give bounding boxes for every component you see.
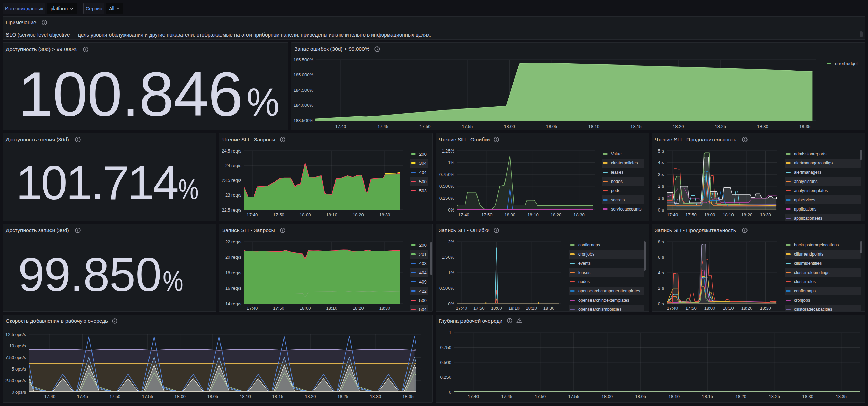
svg-text:18:10: 18:10 (508, 306, 520, 311)
svg-text:8 s: 8 s (658, 239, 664, 244)
svg-text:18:05: 18:05 (635, 394, 646, 399)
svg-text:17:50: 17:50 (685, 212, 697, 217)
svg-text:0.750: 0.750 (440, 345, 451, 350)
svg-text:18:00: 18:00 (602, 394, 613, 399)
svg-text:18:30: 18:30 (543, 306, 555, 311)
svg-text:17:40: 17:40 (468, 394, 479, 399)
svg-text:17:40: 17:40 (667, 212, 678, 217)
svg-text:17:45: 17:45 (501, 394, 513, 399)
svg-text:0.500%: 0.500% (439, 286, 455, 291)
svg-text:18:00: 18:00 (300, 212, 311, 217)
svg-text:16 req/s: 16 req/s (225, 286, 241, 291)
svg-text:18:10: 18:10 (240, 394, 251, 399)
svg-text:18:20: 18:20 (526, 306, 537, 311)
svg-text:18:10: 18:10 (527, 212, 539, 217)
svg-text:18:10: 18:10 (326, 306, 338, 311)
svg-text:184.500%: 184.500% (293, 88, 313, 93)
svg-text:18:35: 18:35 (402, 394, 414, 399)
svg-text:7.50 ops/s: 7.50 ops/s (5, 355, 26, 360)
svg-text:18:00: 18:00 (491, 306, 502, 311)
svg-text:17:40: 17:40 (335, 124, 346, 129)
svg-text:18:10: 18:10 (669, 394, 680, 399)
svg-text:18:00: 18:00 (504, 212, 516, 217)
svg-text:18:20: 18:20 (305, 394, 316, 399)
svg-text:18:15: 18:15 (702, 394, 713, 399)
svg-text:17:50: 17:50 (110, 394, 121, 399)
svg-text:0 ops/s: 0 ops/s (12, 390, 26, 395)
svg-text:18:10: 18:10 (588, 124, 600, 129)
svg-text:23 req/s: 23 req/s (225, 192, 241, 198)
svg-text:0.500%: 0.500% (439, 184, 455, 189)
svg-text:18:00: 18:00 (504, 124, 515, 129)
svg-text:185.000%: 185.000% (293, 72, 313, 77)
svg-text:17:50: 17:50 (535, 394, 546, 399)
svg-text:18:20: 18:20 (741, 306, 753, 311)
svg-text:0.250: 0.250 (440, 375, 451, 380)
svg-text:18:30: 18:30 (370, 394, 381, 399)
svg-text:17:40: 17:40 (456, 306, 467, 311)
svg-text:10 ops/s: 10 ops/s (9, 343, 26, 348)
svg-text:0%: 0% (448, 301, 454, 306)
svg-text:18:00: 18:00 (300, 306, 311, 311)
svg-text:18:20: 18:20 (353, 306, 364, 311)
svg-text:1%: 1% (448, 160, 454, 165)
svg-text:17:45: 17:45 (77, 394, 88, 399)
svg-text:22 req/s: 22 req/s (225, 239, 241, 244)
svg-text:18:20: 18:20 (353, 212, 364, 217)
svg-text:1.25%: 1.25% (442, 148, 454, 154)
svg-text:18:30: 18:30 (760, 306, 771, 311)
svg-text:0%: 0% (448, 207, 454, 213)
svg-text:2%: 2% (448, 239, 454, 244)
svg-text:0.500: 0.500 (440, 360, 451, 365)
svg-text:0 s: 0 s (658, 301, 664, 306)
svg-text:22.5 req/s: 22.5 req/s (222, 207, 241, 213)
svg-text:2 s: 2 s (658, 184, 664, 189)
svg-text:0.250%: 0.250% (439, 195, 455, 201)
svg-text:17:45: 17:45 (377, 124, 388, 129)
svg-text:1%: 1% (448, 270, 454, 275)
svg-text:17:40: 17:40 (247, 306, 258, 311)
svg-text:18:25: 18:25 (337, 394, 348, 399)
svg-text:17:40: 17:40 (247, 212, 258, 217)
svg-text:5 s: 5 s (658, 148, 664, 154)
svg-text:0 s: 0 s (658, 207, 664, 213)
svg-text:18:10: 18:10 (326, 212, 338, 217)
svg-text:23.5 req/s: 23.5 req/s (222, 178, 241, 183)
svg-text:12.5 ops/s: 12.5 ops/s (5, 332, 26, 337)
svg-text:183.500%: 183.500% (293, 118, 313, 123)
svg-text:18:05: 18:05 (546, 124, 557, 129)
svg-text:20 req/s: 20 req/s (225, 255, 241, 260)
svg-text:17:50: 17:50 (473, 306, 485, 311)
svg-text:18:30: 18:30 (802, 394, 814, 399)
svg-text:0.750%: 0.750% (439, 172, 455, 177)
svg-text:1 s: 1 s (658, 195, 664, 201)
svg-text:18:25: 18:25 (715, 124, 726, 129)
svg-text:184.000%: 184.000% (293, 103, 313, 108)
svg-text:4 s: 4 s (658, 270, 664, 275)
svg-text:24.5 req/s: 24.5 req/s (222, 148, 241, 154)
svg-text:6 s: 6 s (658, 255, 664, 260)
svg-text:18:05: 18:05 (207, 394, 218, 399)
svg-text:2.50 ops/s: 2.50 ops/s (5, 378, 26, 383)
svg-text:18:00: 18:00 (704, 212, 715, 217)
svg-text:17:50: 17:50 (273, 306, 284, 311)
svg-text:18:30: 18:30 (573, 212, 585, 217)
svg-text:17:55: 17:55 (568, 394, 580, 399)
svg-text:18:10: 18:10 (723, 306, 734, 311)
svg-text:17:55: 17:55 (142, 394, 153, 399)
svg-text:1: 1 (449, 330, 451, 335)
svg-text:18:25: 18:25 (769, 394, 780, 399)
svg-text:4 s: 4 s (658, 160, 664, 165)
svg-text:18:30: 18:30 (379, 306, 390, 311)
svg-text:18:35: 18:35 (836, 394, 847, 399)
svg-text:5 ops/s: 5 ops/s (12, 366, 26, 372)
svg-text:18:15: 18:15 (630, 124, 642, 129)
svg-text:17:40: 17:40 (458, 212, 469, 217)
svg-text:18:20: 18:20 (741, 212, 753, 217)
svg-text:18:20: 18:20 (673, 124, 684, 129)
svg-text:24 req/s: 24 req/s (225, 163, 241, 168)
svg-text:0: 0 (449, 390, 451, 395)
svg-text:17:50: 17:50 (481, 212, 493, 217)
svg-text:1.50%: 1.50% (442, 255, 454, 260)
svg-text:17:40: 17:40 (667, 306, 678, 311)
